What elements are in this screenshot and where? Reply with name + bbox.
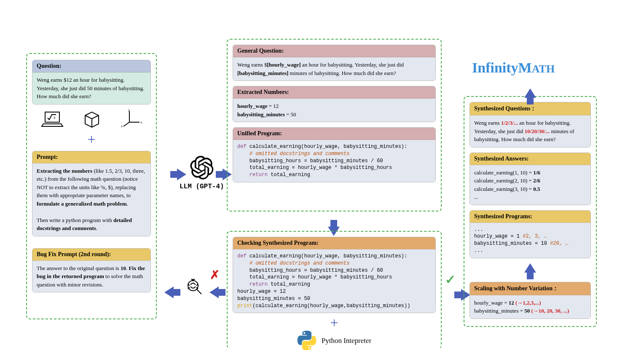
- laptop-sqrt-icon: x: [41, 110, 64, 130]
- extracted-numbers-card: Extracted Numbers: hourly_wage = 12babys…: [233, 86, 436, 122]
- math-icons-row: x xyz: [32, 110, 151, 130]
- cube-icon: [82, 110, 103, 130]
- svg-line-4: [123, 122, 129, 126]
- svg-text:x: x: [140, 120, 142, 124]
- svg-text:y: y: [128, 110, 130, 112]
- extracted-body: hourly_wage = 12babysitting_minutes = 50: [233, 99, 435, 122]
- prompt-header: Prompt:: [32, 151, 150, 163]
- scaling-card: Scaling with Number Variation： hourly_wa…: [469, 282, 591, 319]
- synth-p-body: ...hourly_wage = 1 #2, 3, …babysitting_m…: [470, 223, 590, 258]
- prompt-card: Prompt: Extracting the numbers (like 1.5…: [32, 151, 151, 236]
- checking-program-card: Checking Synthesized Program: def calcul…: [233, 237, 436, 313]
- general-question-card: General Question: Weng earns $[hourly_wa…: [233, 45, 436, 81]
- arrow-programs-up: [524, 263, 536, 273]
- synth-p-header: Synthesized Programs:: [470, 211, 590, 223]
- openai-icon: [190, 156, 214, 181]
- llm-label: LLM (GPT-4): [180, 183, 224, 190]
- bug-search-icon: [185, 277, 205, 299]
- svg-text:x: x: [54, 115, 56, 120]
- synth-q-card: Synthesized Questions： Weng earns 1/2/3/…: [469, 102, 591, 147]
- python-row: Python Intepreter: [233, 331, 436, 352]
- question-card: Question: Weng earns $12 an hour for bab…: [32, 60, 151, 104]
- left-panel: Question: Weng earns $12 an hour for bab…: [26, 53, 157, 319]
- mid-bottom-panel: Checking Synthesized Program: def calcul…: [227, 231, 442, 349]
- infinitymath-title: InfinityMATH: [472, 60, 555, 76]
- checking-code: def calculate_earning(hourly_wage, babys…: [233, 249, 435, 313]
- unified-program-card: Unified Program: def calculate_earning(h…: [233, 127, 436, 182]
- synth-p-card: Synthesized Programs: ...hourly_wage = 1…: [469, 210, 591, 258]
- svg-line-9: [197, 289, 201, 294]
- bugfix-card: Bug Fix Prompt (2nd round): The answer t…: [32, 248, 151, 293]
- question-body: Weng earns $12 an hour for babysitting. …: [32, 72, 150, 104]
- bugfix-header: Bug Fix Prompt (2nd round):: [32, 249, 150, 261]
- scaling-body: hourly_wage = 12 (→1,2,3,...)babysitting…: [470, 295, 590, 318]
- arrow-to-title: [524, 88, 536, 98]
- synth-a-header: Synthesized Answers:: [470, 153, 590, 165]
- extracted-header: Extracted Numbers:: [233, 86, 435, 99]
- general-q-header: General Question:: [233, 45, 435, 57]
- arrow-to-bugfix-2: [164, 286, 174, 298]
- python-icon: [297, 331, 317, 352]
- bugfix-body: The answer to the original question is 1…: [32, 261, 150, 292]
- synth-a-body: calculate_earning(1, 10) = 1/6calculate_…: [470, 165, 590, 205]
- scaling-header: Scaling with Number Variation：: [470, 282, 590, 295]
- arrow-up-wrapper-1: [469, 263, 591, 274]
- python-label: Python Intepreter: [322, 337, 372, 345]
- check-icon: ✓: [445, 272, 456, 287]
- svg-text:z: z: [121, 124, 123, 128]
- synth-a-card: Synthesized Answers: calculate_earning(1…: [469, 153, 591, 205]
- question-header: Question:: [32, 60, 150, 72]
- plus-icon-2: +: [233, 315, 436, 331]
- mid-top-panel: General Question: Weng earns $[hourly_wa…: [227, 39, 442, 211]
- prompt-body: Extracting the numbers (like 1.5, 2/3, 1…: [32, 163, 150, 236]
- svg-rect-0: [45, 112, 59, 122]
- unified-code: def calculate_earning(hourly_wage, babys…: [233, 140, 435, 182]
- plus-icon-1: +: [32, 131, 151, 147]
- checking-header: Checking Synthesized Program:: [233, 237, 435, 249]
- xyz-axes-icon: xyz: [121, 110, 142, 130]
- arrow-to-bugfix-1: [209, 286, 219, 298]
- general-q-body: Weng earns $[hourly_wage] an hour for ba…: [233, 57, 435, 80]
- cross-icon: ✗: [210, 268, 220, 282]
- synth-q-body: Weng earns 1/2/3/... an hour for babysit…: [470, 115, 590, 147]
- unified-header: Unified Program:: [233, 128, 435, 140]
- right-panel: Synthesized Questions： Weng earns 1/2/3/…: [464, 96, 597, 327]
